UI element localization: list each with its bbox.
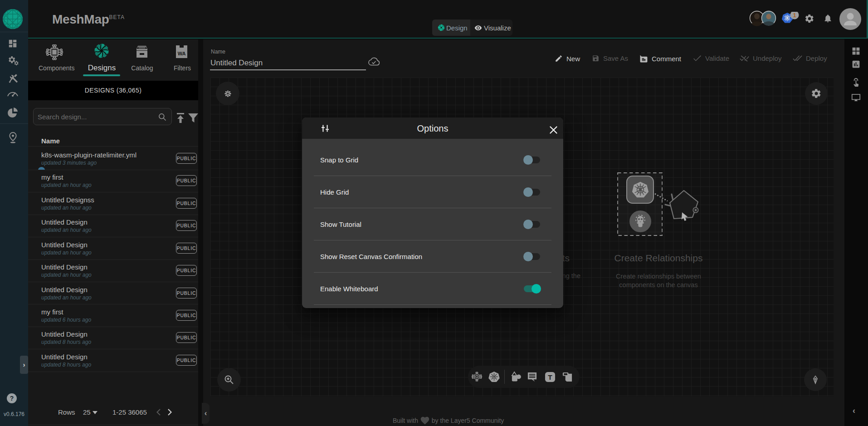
svg-text:1: 1: [793, 12, 796, 19]
svg-text:WA: WA: [178, 51, 186, 56]
svg-text:?: ?: [10, 395, 14, 402]
svg-text:T: T: [548, 373, 552, 381]
